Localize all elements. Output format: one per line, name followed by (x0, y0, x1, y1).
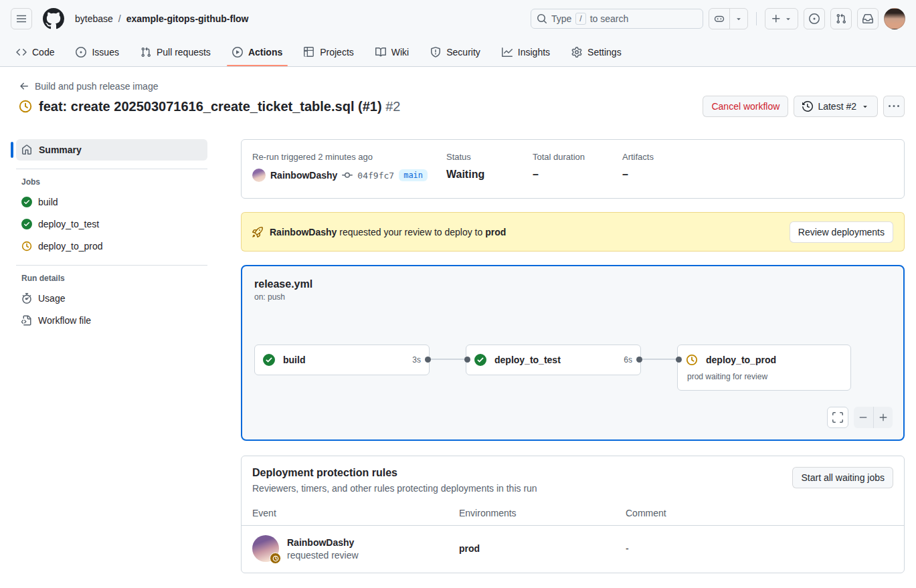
commit-icon (342, 170, 353, 181)
user-avatar[interactable] (884, 8, 905, 29)
actor-avatar[interactable] (252, 169, 266, 182)
sidebar-summary-label: Summary (39, 144, 82, 155)
check-circle-icon (21, 219, 32, 229)
sidebar-item-workflow-file[interactable]: Workflow file (11, 309, 207, 331)
graph-node-deploy-to-prod[interactable]: deploy_to_prod prod waiting for review (677, 345, 851, 391)
graph-icon (502, 47, 513, 58)
sidebar-job-deploy-to-prod[interactable]: deploy_to_prod (11, 235, 207, 257)
history-icon (802, 101, 813, 112)
column-header-environments: Environments (459, 508, 626, 518)
run-options-button[interactable] (883, 96, 905, 117)
git-pull-request-icon (836, 13, 846, 24)
breadcrumb-repo[interactable]: example-gitops-github-flow (126, 13, 249, 24)
graph-connector (641, 345, 677, 374)
global-header: bytebase / example-gitops-github-flow Ty… (0, 0, 916, 37)
review-request-banner: RainbowDashy requested your review to de… (241, 212, 905, 252)
artifacts-label: Artifacts (622, 152, 893, 162)
tab-code[interactable]: Code (11, 37, 60, 66)
clock-icon (21, 241, 32, 252)
git-pull-request-icon (141, 47, 151, 58)
breadcrumb: bytebase / example-gitops-github-flow (75, 13, 248, 24)
jobs-heading: Jobs (21, 177, 207, 187)
rocket-icon (252, 227, 263, 237)
reviewer-name[interactable]: RainbowDashy (287, 537, 359, 548)
breadcrumb-separator: / (118, 13, 121, 24)
banner-message-text: requested your review to deploy to (337, 227, 485, 237)
issue-opened-icon (809, 13, 820, 24)
search-input[interactable]: Type / to search (531, 9, 703, 29)
slash-key-hint: / (575, 13, 585, 25)
tab-wiki[interactable]: Wiki (370, 37, 414, 66)
chevron-down-icon (861, 102, 869, 110)
actor-name[interactable]: RainbowDashy (270, 170, 337, 181)
sidebar-job-build[interactable]: build (11, 191, 207, 213)
zoom-controls (854, 407, 893, 428)
tab-issues[interactable]: Issues (70, 37, 124, 66)
gear-icon (571, 47, 582, 58)
inbox-button[interactable] (857, 8, 879, 29)
job-label: build (38, 197, 58, 207)
tab-actions[interactable]: Actions (227, 37, 288, 66)
plus-icon (771, 13, 782, 24)
tab-settings[interactable]: Settings (566, 37, 627, 66)
workflow-file-name[interactable]: release.yml (254, 278, 891, 290)
tab-insights[interactable]: Insights (496, 37, 555, 66)
play-circle-icon (232, 47, 243, 58)
sidebar-item-summary[interactable]: Summary (16, 139, 207, 161)
duration-value: – (533, 169, 622, 181)
review-deployments-button[interactable]: Review deployments (790, 221, 893, 243)
header-divider (756, 12, 757, 25)
graph-node-deploy-to-test[interactable]: deploy_to_test 6s (466, 345, 641, 375)
breadcrumb-org[interactable]: bytebase (75, 13, 113, 24)
commit-sha[interactable]: 04f9fc7 (357, 171, 394, 181)
back-link[interactable]: Build and push release image (19, 81, 158, 92)
clock-icon (686, 354, 698, 366)
inbox-icon (862, 13, 873, 24)
pull-requests-dashboard-button[interactable] (830, 8, 852, 29)
shield-icon (430, 47, 441, 58)
tab-security[interactable]: Security (425, 37, 486, 66)
hamburger-menu-button[interactable] (11, 8, 32, 29)
rules-table-header: Event Environments Comment (242, 500, 904, 526)
create-new-button[interactable] (765, 8, 798, 29)
reviewer-avatar[interactable] (252, 535, 279, 562)
github-octocat-icon[interactable] (43, 8, 64, 29)
tab-pull-requests[interactable]: Pull requests (135, 37, 216, 66)
sidebar-job-deploy-to-test[interactable]: deploy_to_test (11, 213, 207, 235)
table-row: RainbowDashy requested review prod - (242, 526, 904, 573)
tab-label: Issues (92, 47, 118, 58)
cancel-workflow-button[interactable]: Cancel workflow (703, 96, 788, 117)
run-title-row: feat: create 202503071616_create_ticket_… (19, 96, 905, 117)
home-icon (21, 144, 32, 155)
search-icon (537, 13, 547, 24)
check-circle-icon (263, 354, 275, 366)
fullscreen-button[interactable] (827, 407, 848, 428)
banner-environment: prod (485, 227, 506, 237)
workflow-name: Build and push release image (35, 81, 158, 92)
connector-dot (425, 357, 431, 363)
branch-badge[interactable]: main (399, 169, 428, 181)
sidebar-item-usage[interactable]: Usage (11, 287, 207, 309)
node-note: prod waiting for review (678, 372, 850, 388)
tab-label: Projects (320, 47, 354, 58)
banner-message: RainbowDashy requested your review to de… (270, 227, 506, 237)
plus-icon (879, 413, 888, 422)
duration-label: Total duration (533, 152, 622, 162)
copilot-button[interactable] (709, 8, 748, 29)
chevron-down-icon (784, 15, 792, 23)
graph-node-build[interactable]: build 3s (254, 345, 430, 375)
latest-run-button[interactable]: Latest #2 (794, 96, 878, 117)
tab-projects[interactable]: Projects (298, 37, 359, 66)
start-all-waiting-jobs-button[interactable]: Start all waiting jobs (792, 467, 893, 488)
usage-label: Usage (38, 293, 65, 304)
check-circle-icon (474, 354, 486, 366)
check-circle-icon (21, 197, 32, 207)
issues-dashboard-button[interactable] (804, 8, 825, 29)
zoom-in-button[interactable] (873, 407, 893, 428)
copilot-dropdown[interactable] (729, 9, 747, 29)
zoom-out-button[interactable] (854, 407, 873, 428)
workflow-file-label: Workflow file (38, 315, 91, 326)
page-title: feat: create 202503071616_create_ticket_… (39, 99, 400, 114)
kebab-icon (889, 101, 899, 112)
issue-opened-icon (76, 47, 86, 58)
